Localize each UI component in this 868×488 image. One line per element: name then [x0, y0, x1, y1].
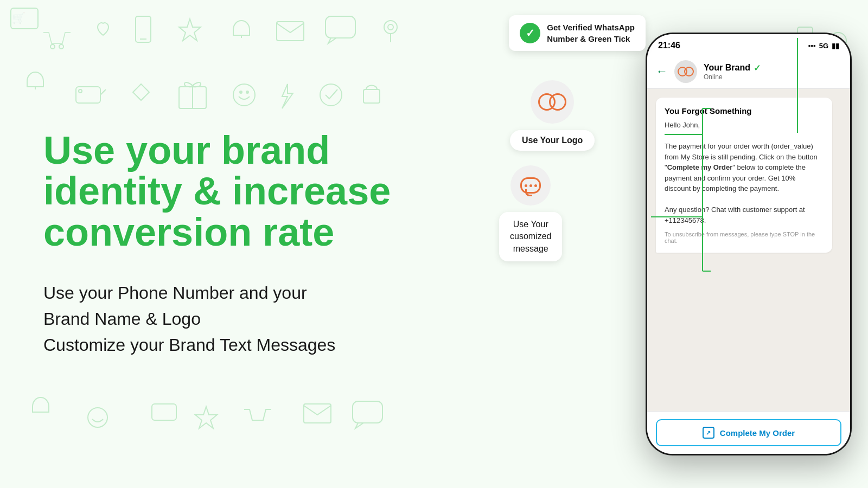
verified-tick-icon: ✓	[754, 63, 761, 73]
battery-icon: ▮▮	[832, 42, 839, 50]
msg-paragraph: The payment for your order worth (order_…	[665, 141, 824, 194]
msg-unsubscribe: To unsubscribe from messages, please typ…	[665, 231, 824, 244]
subtext: Use your Phone Number and your Brand Nam…	[43, 280, 445, 358]
message-bubble: You Forgot Something Hello John, The pay…	[656, 98, 832, 253]
logo-icon	[531, 80, 574, 124]
phone-mockup: 21:46 ▪▪▪ 5G ▮▮ ←	[646, 33, 852, 455]
message-label: Use Your cusomized message	[499, 212, 562, 261]
subtext-line3: Customize your Brand Text Messages	[43, 335, 335, 355]
signal-bars: ▪▪▪	[808, 42, 816, 50]
msg-bold: Complete my Order	[667, 163, 733, 171]
logo-callout: Use Your Logo	[510, 80, 595, 151]
message-callout: Use Your cusomized message	[499, 165, 562, 261]
complete-order-button[interactable]: ↗ Complete My Order	[656, 419, 841, 446]
status-time: 21:46	[658, 41, 680, 50]
right-panel: ✓ Get Verified WhatsApp Number & Green T…	[477, 0, 868, 488]
phone-status-bar: 21:46 ▪▪▪ 5G ▮▮	[647, 34, 850, 55]
external-link-icon: ↗	[703, 427, 714, 439]
contact-avatar	[674, 60, 697, 83]
phone-action-bar: ↗ Complete My Order	[647, 411, 850, 454]
msg-greeting: Hello John,	[665, 120, 824, 131]
verified-callout: ✓ Get Verified WhatsApp Number & Green T…	[509, 15, 646, 51]
headline: Use your brand identity & increase conve…	[43, 130, 445, 253]
logo-label: Use Your Logo	[510, 130, 595, 151]
msg-support: Any question? Chat with customer support…	[665, 204, 824, 226]
network-type: 5G	[819, 42, 828, 50]
back-arrow-icon: ←	[656, 65, 668, 79]
contact-name-text: Your Brand	[704, 63, 750, 73]
contact-status: Online	[704, 73, 841, 81]
status-icons: ▪▪▪ 5G ▮▮	[808, 42, 839, 50]
check-circle-icon: ✓	[520, 23, 540, 43]
msg-body: Hello John, The payment for your order w…	[665, 120, 824, 226]
message-icon	[510, 165, 551, 206]
contact-info: Your Brand ✓ Online	[704, 63, 841, 81]
phone-chat-area: You Forgot Something Hello John, The pay…	[647, 89, 850, 411]
phone-chat-header: ← Your Brand ✓ Online	[647, 55, 850, 89]
action-button-label: Complete My Order	[720, 428, 795, 438]
verified-text: Get Verified WhatsApp Number & Green Tic…	[547, 22, 635, 44]
subtext-line1: Use your Phone Number and your	[43, 283, 307, 303]
subtext-line2: Brand Name & Logo	[43, 309, 201, 329]
msg-title: You Forgot Something	[665, 106, 824, 115]
left-panel: Use your brand identity & increase conve…	[0, 0, 477, 488]
